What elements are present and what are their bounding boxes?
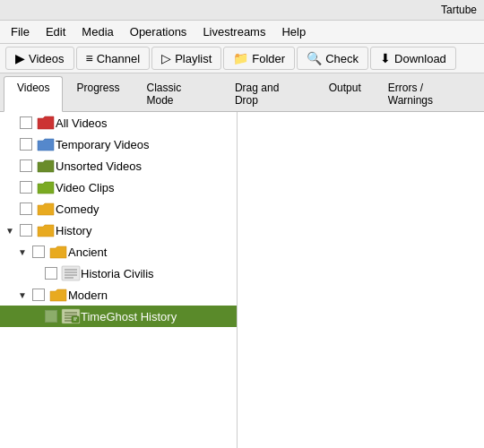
label-historia-civilis: Historia Civilis bbox=[81, 267, 154, 280]
menu-edit[interactable]: Edit bbox=[39, 22, 73, 41]
tree-item-all-videos[interactable]: All Videos bbox=[0, 112, 237, 134]
label-unsorted-videos: Unsorted Videos bbox=[56, 159, 142, 173]
videos-icon: ▶ bbox=[15, 51, 25, 65]
tree-item-timeghost-history[interactable]: TimeGhost History bbox=[0, 306, 237, 327]
tab-progress[interactable]: Progress bbox=[63, 76, 133, 111]
toolbar-videos-button[interactable]: ▶ Videos bbox=[5, 47, 74, 70]
expand-ancient: ▼ bbox=[16, 247, 29, 257]
svg-rect-0 bbox=[62, 266, 80, 280]
folder-icon: 📁 bbox=[233, 51, 248, 65]
toolbar-channel-label: Channel bbox=[97, 52, 140, 65]
checkbox-unsorted-videos[interactable] bbox=[20, 159, 32, 172]
checkbox-comedy[interactable] bbox=[20, 202, 32, 215]
toolbar-videos-label: Videos bbox=[29, 52, 65, 65]
channel-icon: ≡ bbox=[86, 51, 93, 65]
toolbar-download-label: Download bbox=[394, 52, 446, 65]
folder-icon-video-clips bbox=[36, 179, 56, 195]
label-modern: Modern bbox=[68, 289, 108, 302]
checkbox-modern[interactable] bbox=[32, 289, 45, 301]
tree-item-temporary-videos[interactable]: Temporary Videos bbox=[0, 134, 237, 155]
playlist-icon: ▷ bbox=[161, 51, 171, 65]
svg-rect-10 bbox=[72, 316, 79, 323]
label-temporary-videos: Temporary Videos bbox=[56, 138, 150, 151]
app-title: Tartube bbox=[441, 4, 477, 16]
folder-icon-unsorted-videos bbox=[36, 158, 56, 174]
tree-item-comedy[interactable]: Comedy bbox=[0, 198, 237, 220]
list-icon-historia-civilis bbox=[61, 265, 81, 281]
tree-item-unsorted-videos[interactable]: Unsorted Videos bbox=[0, 155, 237, 177]
menu-media[interactable]: Media bbox=[74, 22, 120, 41]
toolbar-playlist-button[interactable]: ▷ Playlist bbox=[151, 47, 221, 70]
tree-item-modern[interactable]: ▼ Modern bbox=[0, 284, 237, 306]
toolbar: ▶ Videos ≡ Channel ▷ Playlist 📁 Folder 🔍… bbox=[0, 44, 484, 73]
menu-file[interactable]: File bbox=[4, 22, 37, 41]
label-video-clips: Video Clips bbox=[56, 181, 115, 194]
list-icon-timeghost bbox=[61, 308, 81, 324]
checkbox-historia-civilis[interactable] bbox=[45, 267, 57, 280]
download-icon: ⬇ bbox=[380, 51, 391, 65]
toolbar-check-label: Check bbox=[325, 52, 359, 65]
toolbar-channel-button[interactable]: ≡ Channel bbox=[76, 47, 151, 70]
checkbox-history[interactable] bbox=[20, 224, 32, 237]
title-bar: Tartube bbox=[0, 0, 484, 21]
label-history: History bbox=[56, 224, 91, 237]
tree-item-history[interactable]: ▼ History bbox=[0, 220, 237, 241]
toolbar-playlist-label: Playlist bbox=[175, 52, 212, 65]
menu-help[interactable]: Help bbox=[274, 22, 313, 41]
tree-panel: All Videos Temporary Videos Unsorted Vid… bbox=[0, 112, 238, 448]
tab-classic-mode[interactable]: Classic Mode bbox=[134, 76, 221, 111]
folder-icon-ancient bbox=[48, 244, 68, 260]
folder-icon-temporary-videos bbox=[36, 136, 56, 152]
menu-operations[interactable]: Operations bbox=[123, 22, 194, 41]
checkbox-temporary-videos[interactable] bbox=[20, 138, 32, 151]
tree-item-historia-civilis[interactable]: Historia Civilis bbox=[0, 263, 237, 284]
expand-modern: ▼ bbox=[16, 290, 29, 300]
toolbar-check-button[interactable]: 🔍 Check bbox=[297, 47, 368, 70]
menu-bar: File Edit Media Operations Livestreams H… bbox=[0, 21, 484, 44]
folder-icon-comedy bbox=[36, 201, 56, 217]
check-icon: 🔍 bbox=[307, 51, 322, 65]
checkbox-ancient[interactable] bbox=[32, 246, 45, 258]
label-timeghost-history: TimeGhost History bbox=[81, 310, 177, 323]
checkbox-timeghost[interactable] bbox=[45, 310, 57, 323]
toolbar-download-button[interactable]: ⬇ Download bbox=[370, 47, 456, 70]
label-all-videos: All Videos bbox=[56, 116, 108, 130]
toolbar-folder-button[interactable]: 📁 Folder bbox=[223, 47, 295, 70]
tree-item-ancient[interactable]: ▼ Ancient bbox=[0, 241, 237, 263]
content-panel bbox=[238, 112, 484, 448]
tab-videos[interactable]: Videos bbox=[4, 76, 63, 112]
menu-livestreams[interactable]: Livestreams bbox=[195, 22, 272, 41]
tree-item-video-clips[interactable]: Video Clips bbox=[0, 177, 237, 198]
tab-drag-and-drop[interactable]: Drag and Drop bbox=[221, 76, 315, 111]
folder-icon-all-videos bbox=[36, 115, 56, 131]
folder-icon-modern bbox=[48, 287, 68, 303]
checkbox-all-videos[interactable] bbox=[20, 116, 32, 129]
tabs-bar: Videos Progress Classic Mode Drag and Dr… bbox=[0, 73, 484, 112]
label-ancient: Ancient bbox=[68, 246, 107, 259]
checkbox-video-clips[interactable] bbox=[20, 181, 32, 194]
tab-output[interactable]: Output bbox=[315, 76, 375, 111]
expand-history: ▼ bbox=[4, 226, 16, 236]
main-area: All Videos Temporary Videos Unsorted Vid… bbox=[0, 112, 484, 448]
tab-errors-warnings[interactable]: Errors / Warnings bbox=[375, 76, 480, 111]
toolbar-folder-label: Folder bbox=[252, 52, 285, 65]
folder-icon-history bbox=[36, 222, 56, 238]
label-comedy: Comedy bbox=[56, 202, 99, 216]
